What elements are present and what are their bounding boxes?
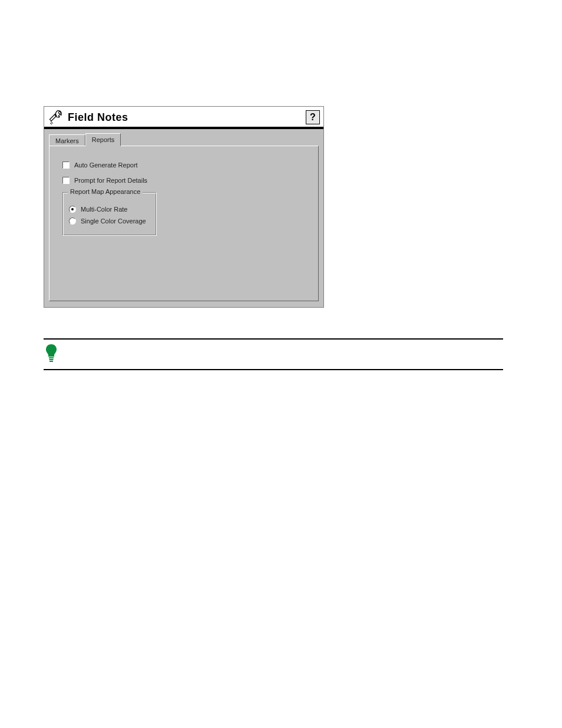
multi-color-rate-label: Multi-Color Rate bbox=[81, 206, 127, 213]
svg-rect-2 bbox=[49, 359, 54, 360]
tip-bulb-icon bbox=[45, 343, 58, 364]
svg-rect-3 bbox=[49, 361, 53, 362]
auto-generate-report-row[interactable]: Auto Generate Report bbox=[62, 162, 308, 169]
svg-rect-1 bbox=[49, 357, 54, 358]
single-color-coverage-label: Single Color Coverage bbox=[81, 218, 146, 225]
dialog-title-wrap: Field Notes bbox=[48, 109, 128, 126]
svg-point-0 bbox=[58, 111, 61, 114]
tab-reports-label: Reports bbox=[92, 136, 115, 143]
divider-bottom bbox=[44, 369, 503, 370]
multi-color-rate-radio[interactable] bbox=[69, 206, 76, 213]
multi-color-rate-row[interactable]: Multi-Color Rate bbox=[69, 206, 150, 213]
prompt-report-details-row[interactable]: Prompt for Report Details bbox=[62, 177, 308, 184]
help-button-label: ? bbox=[310, 112, 316, 123]
auto-generate-report-checkbox[interactable] bbox=[62, 162, 70, 169]
field-notes-dialog: Field Notes ? Markers Reports Auto Gener… bbox=[44, 106, 324, 308]
report-map-appearance-legend: Report Map Appearance bbox=[68, 188, 143, 195]
prompt-report-details-checkbox[interactable] bbox=[62, 177, 70, 184]
tab-body-reports: Auto Generate Report Prompt for Report D… bbox=[49, 146, 319, 301]
auto-generate-report-label: Auto Generate Report bbox=[74, 162, 138, 169]
help-button[interactable]: ? bbox=[306, 110, 320, 124]
tab-strip: Markers Reports bbox=[44, 129, 323, 146]
single-color-coverage-radio[interactable] bbox=[69, 218, 76, 225]
tab-markers-label: Markers bbox=[55, 137, 79, 144]
tab-reports[interactable]: Reports bbox=[85, 133, 121, 146]
prompt-report-details-label: Prompt for Report Details bbox=[74, 177, 147, 184]
wrench-icon bbox=[48, 109, 64, 126]
dialog-header: Field Notes ? bbox=[44, 107, 323, 129]
dialog-title: Field Notes bbox=[68, 111, 128, 124]
divider-top bbox=[44, 338, 503, 340]
tab-markers[interactable]: Markers bbox=[49, 134, 85, 147]
report-map-appearance-group: Report Map Appearance Multi-Color Rate S… bbox=[62, 192, 157, 236]
single-color-coverage-row[interactable]: Single Color Coverage bbox=[69, 218, 150, 225]
